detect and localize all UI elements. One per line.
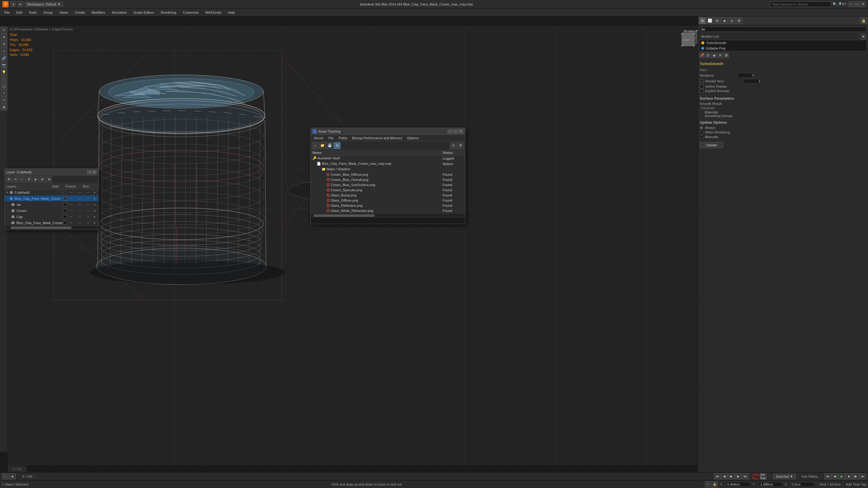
layer-check-box[interactable] — [63, 221, 67, 225]
layer-row-blue-clay-2[interactable]: ◂ Blue_Clay_Face_Mask_Cream ─ ─ ─ ▸ — [5, 220, 98, 226]
table-row[interactable]: 📁 Maps / Shaders — [311, 167, 465, 172]
layer-ren-cell[interactable]: ─ — [84, 191, 92, 194]
play-mode-btn[interactable]: ◈ — [9, 474, 16, 480]
layer-options-btn[interactable]: ▸ — [92, 221, 97, 224]
layer-freeze-cell[interactable]: ─ — [76, 221, 84, 224]
info-btn[interactable]: ℹ — [842, 2, 844, 6]
modify-tab-icon[interactable]: ⬜ — [707, 17, 713, 24]
lock-icon[interactable]: 🔒 — [860, 17, 867, 24]
at-refresh-btn[interactable]: ↻ — [450, 142, 457, 149]
zoom-btn[interactable]: 🔎 — [838, 2, 842, 6]
menu-rendering[interactable]: Rendering — [158, 9, 180, 16]
go-end-btn[interactable]: ⏭ — [742, 474, 749, 480]
timeline-track[interactable] — [26, 466, 703, 472]
menu-graph-editors[interactable]: Graph Editors — [130, 9, 157, 16]
layer-hide-cell[interactable]: ─ — [67, 215, 75, 218]
layers-add-selection-btn[interactable]: ⊕ — [39, 176, 45, 183]
viewport[interactable]: [+] [Perspective ] [Shaded + Edged Faces… — [8, 26, 703, 470]
search-input[interactable] — [770, 2, 831, 7]
utilities-tab-icon[interactable]: ⚙ — [736, 17, 742, 24]
asset-tracking-scrollbar[interactable] — [311, 214, 465, 217]
at-maximize-btn[interactable]: □ — [453, 129, 458, 133]
menu-modifiers[interactable]: Modifiers — [89, 9, 108, 16]
prev-frame-btn[interactable]: ◀ — [721, 474, 728, 480]
lock-selection-btn[interactable]: 🔒 — [712, 481, 718, 487]
at-settings-btn[interactable]: ⚙ — [457, 142, 464, 149]
layer-check-box[interactable] — [63, 209, 67, 213]
layers-add-btn[interactable]: + — [19, 176, 25, 183]
layer-check-box[interactable] — [63, 203, 67, 206]
explicit-normals-checkbox[interactable] — [700, 89, 704, 93]
scale-tool-btn[interactable]: ⤡ — [1, 48, 7, 55]
isoline-display-checkbox[interactable] — [700, 85, 704, 88]
workspace-selector[interactable]: Workspace: Default ▼ — [25, 2, 63, 7]
layers-delete-btn[interactable]: ✕ — [12, 176, 19, 183]
layer-options-btn[interactable]: ▸ — [92, 191, 97, 194]
select-tool-btn[interactable]: ↖ — [1, 27, 7, 33]
layer-ren-cell[interactable]: ─ — [84, 197, 92, 200]
layer-ren-cell[interactable]: ─ — [84, 215, 92, 218]
visibility-bulb-editable-poly[interactable] — [701, 47, 704, 50]
play-btn[interactable]: ▶ — [728, 474, 735, 480]
rotate-tool-btn[interactable]: ↻ — [1, 41, 7, 47]
layer-check-box[interactable] — [63, 197, 67, 200]
menu-tools[interactable]: Tools — [26, 9, 40, 16]
next-frame-btn[interactable]: ▶ — [735, 474, 742, 480]
minimize-btn[interactable]: ─ — [848, 2, 854, 7]
layer-check[interactable]: ✓ — [62, 191, 66, 194]
go-start-btn[interactable]: ⏮ — [714, 474, 721, 480]
always-radio[interactable] — [700, 126, 703, 130]
rp-go-start-btn[interactable]: ⏮ — [825, 474, 831, 480]
layers-scrollbar[interactable] — [5, 226, 98, 230]
help-btn[interactable]: ? — [844, 2, 846, 6]
rp-play-btn[interactable]: ▶ — [838, 474, 845, 480]
menu-create[interactable]: Create — [72, 9, 88, 16]
create-tab-icon[interactable]: ⊕ — [699, 17, 706, 24]
layer-freeze-cell[interactable]: ─ — [76, 209, 84, 212]
pin-stack-btn[interactable]: 📌 — [699, 53, 705, 58]
iterations-input[interactable] — [738, 73, 756, 78]
at-minimize-btn[interactable]: ─ — [447, 129, 453, 133]
table-row[interactable]: 🔑 Autodesk Vault Logged — [311, 156, 465, 161]
menu-help[interactable]: Help — [225, 9, 238, 16]
layers-help-btn[interactable]: ? — [87, 170, 92, 174]
nav-forward-btn[interactable]: ▸ — [18, 2, 23, 7]
layer-freeze-cell[interactable]: ─ — [76, 203, 84, 206]
render-iters-checkbox[interactable] — [700, 79, 704, 83]
at-menu-bitmap[interactable]: Bitmap Performance and Memory — [350, 136, 404, 140]
selected-dropdown[interactable]: Selected ▼ — [773, 474, 796, 479]
layers-unfreeze-btn[interactable]: ❄ — [26, 176, 32, 183]
close-btn[interactable]: ✕ — [860, 2, 866, 7]
rp-stop-btn[interactable]: ■ — [845, 474, 852, 480]
at-open-btn[interactable]: 📁 — [319, 142, 326, 149]
maximize-btn[interactable]: □ — [854, 2, 860, 7]
display-tab-icon[interactable]: ◎ — [728, 17, 735, 24]
layer-row-default[interactable]: ▼ 0 (default) ✓ ─ ─ ─ ▸ — [5, 189, 98, 196]
rp-next-btn[interactable]: ▶ — [852, 474, 859, 480]
layer-ren-cell[interactable]: ─ — [84, 209, 92, 212]
at-close-btn[interactable]: ✕ — [459, 129, 463, 133]
modifier-name-input[interactable] — [699, 27, 867, 32]
shapes-tool-btn[interactable]: ◯ — [1, 83, 7, 89]
z-field[interactable]: 0.0cm — [790, 482, 814, 487]
make-unique-btn[interactable]: ◈ — [711, 53, 717, 58]
helpers-tool-btn[interactable]: + — [1, 90, 7, 96]
nav-cube[interactable]: FRONT TOP R — [676, 29, 700, 54]
rp-go-end-btn[interactable]: ⏭ — [860, 474, 866, 480]
layer-freeze-cell[interactable]: ─ — [76, 215, 84, 218]
asset-tracking-path-input[interactable] — [312, 219, 464, 223]
light-tool-btn[interactable]: 💡 — [1, 69, 7, 75]
layer-options-btn[interactable]: ▸ — [92, 209, 97, 212]
timeline[interactable]: 0 / 100 — [8, 465, 703, 472]
move-tool-btn[interactable]: ✛ — [1, 34, 7, 40]
layer-row-jar[interactable]: ◂ Jar ─ ─ ─ ▸ — [5, 202, 98, 208]
visibility-bulb-turbosmooth[interactable] — [701, 41, 704, 44]
stack-item-turbosmooth[interactable]: TurboSmooth — [700, 40, 866, 45]
at-grid-btn[interactable]: ⊞ — [334, 142, 340, 149]
motion-tab-icon[interactable]: ◈ — [721, 17, 728, 24]
table-row[interactable]: 🖼 Cream_Specular.png Found — [311, 188, 465, 193]
y-field[interactable]: -1.088cm — [758, 482, 782, 487]
key-mode-btn[interactable]: ⬛ — [2, 474, 8, 480]
layer-freeze-cell[interactable]: ─ — [76, 191, 84, 194]
configure-modifier-sets-btn[interactable]: ⚙ — [723, 53, 729, 58]
